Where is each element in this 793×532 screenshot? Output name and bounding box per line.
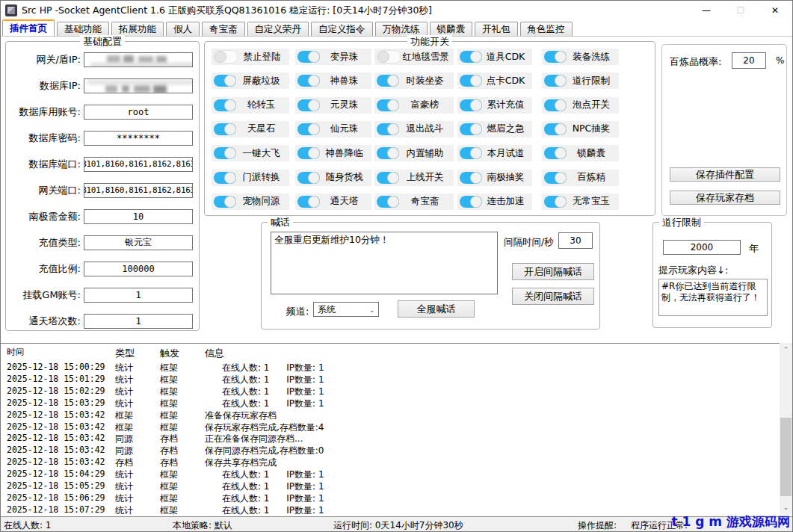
toggle-轮转玉[interactable] [214,99,236,111]
toggle-南极抽奖[interactable] [460,172,482,184]
switch-cell: 燃眉之急 [457,121,532,137]
tab-2[interactable]: 拓展功能 [111,22,164,36]
toggle-变异珠[interactable] [297,51,320,63]
tab-7[interactable]: 万物洗练 [375,22,428,36]
config-input-6[interactable]: 10 [84,209,193,224]
shout-message-textarea[interactable]: 全服重启更新维护10分钟！ [271,232,498,294]
toggle-百炼精[interactable] [544,172,567,184]
toggle-道行限制[interactable] [544,75,567,87]
dao-hint-textarea[interactable]: #R你已达到当前道行限制，无法再获得道行了！ [658,279,768,316]
toggle-装备洗练[interactable] [544,51,567,63]
close-button[interactable]: ✕ [758,1,792,20]
toggle-knob [308,172,320,184]
toggle-泡点开关[interactable] [544,99,567,111]
scroll-up-icon[interactable]: ⌃ [780,344,792,356]
toggle-一键大飞[interactable] [214,147,236,159]
log-col-time: 2025-12-18 15:03:42 [7,433,105,443]
refine-rate-input[interactable]: 20 [732,52,766,69]
config-input-9[interactable]: 1 [84,288,193,303]
toggle-神兽珠[interactable] [297,75,320,87]
log-row: 2025-12-18 15:06:29统计框架 在线人数: 1 IP数量: 1 [1,492,781,504]
start-interval-shout-button[interactable]: 开启间隔喊话 [512,263,594,280]
toggle-天星石[interactable] [214,123,236,135]
toggle-退出战斗[interactable] [377,123,399,135]
tab-1[interactable]: 基础功能 [57,22,109,36]
toggle-knob [308,99,320,111]
toggle-本月试道[interactable] [460,147,482,159]
toggle-元灵珠[interactable] [297,99,320,111]
log-row: 2025-12-18 15:03:29统计框架 在线人数: 1 IP数量: 1 [1,398,781,409]
switch-cell: 变异珠 [295,49,371,65]
switch-label: 天星石 [236,123,286,135]
toggle-红地毯雪景[interactable] [377,50,401,64]
refine-panel: 百炼晶概率: 20 % 保存插件配置 保存玩家存档 [661,44,787,216]
channel-select[interactable]: 系统 ⌄ [313,302,379,317]
toggle-内置辅助[interactable] [377,147,399,159]
scroll-thumb[interactable] [780,418,792,496]
toggle-累计充值[interactable] [460,99,482,111]
toggle-宠物同源[interactable] [214,196,236,208]
toggle-knob [555,75,567,87]
switch-cell: 禁止登陆 [212,49,289,65]
log-col-trig: 框架 [160,386,178,398]
config-label: 网关/盾IP: [6,53,81,66]
toggle-连击加速[interactable] [460,196,482,208]
dao-hint-label: 提示玩家内容↓: [658,264,728,277]
toggle-道具CDK[interactable] [460,51,482,63]
toggle-knob [470,147,482,159]
toggle-禁止登陆[interactable] [214,50,238,64]
toggle-仙元珠[interactable] [297,123,320,135]
tab-5[interactable]: 自定义荣丹 [247,22,309,36]
toggle-上线开关[interactable] [377,172,399,184]
toggle-屏蔽垃圾[interactable] [214,75,236,87]
shout-all-server-button[interactable]: 全服喊话 [398,300,475,318]
tab-9[interactable]: 开礼包 [475,22,518,36]
save-player-archive-button[interactable]: 保存玩家存档 [670,191,780,205]
log-scrollbar[interactable]: ⌃ ⌄ [780,343,792,515]
dao-limit-input[interactable]: 2000 [663,240,741,255]
tab-8[interactable]: 锁麟囊 [430,22,473,36]
config-input-2[interactable]: root [84,105,193,120]
toggle-时装坐姿[interactable] [377,75,399,87]
tab-10[interactable]: 角色监控 [520,22,573,36]
tab-strip: 插件首页基础功能拓展功能假人奇宝斋自定义荣丹自定义指令万物洗练锁麟囊开礼包角色监… [1,20,792,37]
config-input-4[interactable]: 8101,8160,8161,8162,8163 [84,157,193,172]
switch-label: 道行限制 [567,75,616,87]
toggle-随身货栈[interactable] [297,172,320,184]
switch-cell: 轮转玉 [212,97,289,114]
switch-label: 燃眉之急 [482,123,529,135]
toggle-NPC抽奖[interactable] [544,123,567,135]
tab-4[interactable]: 奇宝斋 [202,22,245,36]
tab-3[interactable]: 假人 [166,22,200,36]
toggle-富豪榜[interactable] [377,99,399,111]
switch-cell: 南极抽奖 [457,170,532,186]
config-input-1[interactable] [84,78,193,93]
feature-switches-group: 功能开关 禁止登陆屏蔽垃圾轮转玉天星石一键大飞门派转换宠物同源变异珠神兽珠元灵珠… [204,41,655,216]
scroll-down-icon[interactable]: ⌄ [780,501,792,513]
tab-0[interactable]: 插件首页 [2,19,55,36]
toggle-神兽降临[interactable] [297,147,320,159]
toggle-knob [470,196,482,208]
toggle-奇宝斋[interactable] [377,196,399,208]
switch-cell: 神兽珠 [295,72,371,89]
save-plugin-config-button[interactable]: 保存插件配置 [670,167,780,182]
config-input-0[interactable] [84,52,193,67]
config-input-3[interactable]: ******** [84,131,193,146]
config-input-7[interactable]: 银元宝 [84,235,193,250]
stop-interval-shout-button[interactable]: 关闭间隔喊话 [512,288,594,305]
minimize-button[interactable]: — [689,1,723,20]
log-col-type: 统计 [115,480,133,493]
toggle-无常宝玉[interactable] [544,196,567,208]
config-input-5[interactable]: 8101,8160,8161,8162,8163 [84,183,193,198]
tab-6[interactable]: 自定义指令 [311,22,373,36]
log-header-row: 时间类型触发信息 [1,347,781,359]
toggle-燃眉之急[interactable] [460,123,482,135]
config-input-10[interactable]: 1 [84,314,193,329]
toggle-锁麟囊[interactable] [544,147,567,159]
toggle-点卡CDK[interactable] [460,75,482,87]
switch-cell: 装备洗练 [542,49,619,65]
shout-interval-input[interactable]: 30 [558,232,593,249]
toggle-门派转换[interactable] [214,172,236,184]
config-input-8[interactable]: 100000 [84,262,193,276]
toggle-通天塔[interactable] [297,196,320,208]
